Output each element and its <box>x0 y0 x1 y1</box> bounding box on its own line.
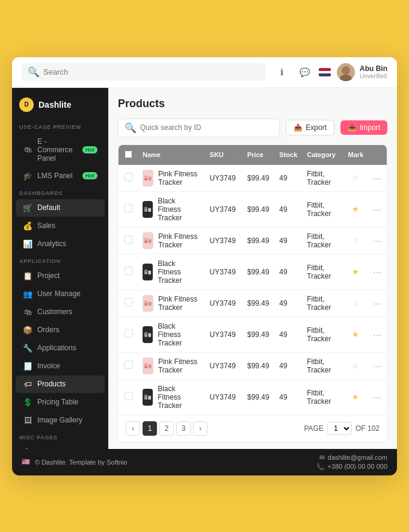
ecommerce-icon: 🛍 <box>23 145 32 154</box>
page-info: PAGE 123 OF 102 <box>304 422 380 435</box>
row-action-menu[interactable]: ··· <box>373 173 382 183</box>
svg-point-1 <box>340 75 352 81</box>
svg-point-0 <box>342 66 350 75</box>
star-empty-icon[interactable]: ☆ <box>352 173 359 182</box>
product-price: $99.49 <box>242 352 274 379</box>
sidebar-item-invoice-label: Invoice <box>37 362 97 370</box>
row-checkbox[interactable] <box>125 329 133 338</box>
page-select[interactable]: 123 <box>327 422 352 435</box>
row-action-menu[interactable]: ··· <box>373 205 382 214</box>
product-price: $99.49 <box>242 317 274 352</box>
application-label: APPLICATION <box>12 253 108 267</box>
footer-brand-text: © Dashlite. Template by Softnio <box>35 459 127 466</box>
product-mark: ☆ <box>343 289 369 317</box>
quick-search-bar[interactable]: 🔍 <box>118 119 280 137</box>
product-stock: 49 <box>274 379 302 415</box>
search-input[interactable] <box>43 67 260 76</box>
sidebar-item-user-manage[interactable]: 👥 User Manage <box>16 285 105 303</box>
sales-icon: 💰 <box>23 221 32 230</box>
row-action-menu[interactable]: ··· <box>373 298 382 308</box>
sidebar-item-customers-label: Customers <box>37 308 97 316</box>
page-btn-3[interactable]: 3 <box>176 421 191 436</box>
sidebar-item-lms-label: LMS Panel <box>37 172 78 180</box>
row-checkbox[interactable] <box>125 267 133 275</box>
chat-icon[interactable]: 💬 <box>296 64 313 81</box>
sidebar-item-lms[interactable]: 🎓 LMS Panel Hot <box>16 167 105 185</box>
language-flag[interactable] <box>319 68 331 76</box>
sidebar-item-products[interactable]: 🏷 Products <box>16 376 105 393</box>
row-checkbox[interactable] <box>125 392 133 400</box>
import-button[interactable]: 📥 Import <box>340 120 387 135</box>
sidebar-item-gallery[interactable]: 🖼 Image Gallery <box>16 412 105 429</box>
page-btn-1[interactable]: 1 <box>143 421 157 436</box>
svg-rect-24 <box>148 395 151 399</box>
table-row: Pink Fitness Tracker UY3749 $99.49 49 Fi… <box>118 227 387 254</box>
svg-point-25 <box>145 395 146 397</box>
info-icon[interactable]: ℹ <box>273 64 290 81</box>
product-category: Fitbit, Tracker <box>302 317 343 352</box>
sidebar-item-project-label: Project <box>37 271 97 280</box>
star-filled-icon[interactable]: ★ <box>352 205 359 214</box>
project-icon: 📋 <box>23 271 32 280</box>
product-name: Pink Fitness Tracker <box>158 295 200 312</box>
sidebar-item-invoice[interactable]: 🧾 Invoice <box>16 357 105 375</box>
sidebar-item-pricing[interactable]: 💲 Pricing Table <box>16 394 105 411</box>
star-empty-icon[interactable]: ☆ <box>352 361 359 370</box>
global-search-bar[interactable]: 🔍 <box>22 63 266 81</box>
row-action-menu[interactable]: ··· <box>373 267 382 277</box>
sidebar-item-applications-label: Applications <box>37 344 97 352</box>
sidebar-item-orders[interactable]: 📦 Orders <box>16 321 105 339</box>
search-icon: 🔍 <box>28 66 40 78</box>
product-mark: ★ <box>343 379 369 415</box>
row-action-menu[interactable]: ··· <box>373 236 382 246</box>
table-row: Pink Fitness Tracker UY3749 $99.49 49 Fi… <box>118 289 387 317</box>
next-page-button[interactable]: › <box>193 421 208 436</box>
sidebar-item-ecommerce[interactable]: 🛍 E - Commerce Panel Hot <box>16 133 105 167</box>
logo-text: Dashlite <box>38 100 71 110</box>
svg-rect-12 <box>148 270 151 274</box>
row-action-menu[interactable]: ··· <box>373 392 382 402</box>
sidebar-item-sales[interactable]: 💰 Sales <box>16 217 105 235</box>
col-header-price: Price <box>242 145 274 165</box>
sidebar-item-auth[interactable]: 🔐 Auth Pages <box>16 444 105 449</box>
sidebar-item-project[interactable]: 📋 Project <box>16 267 105 285</box>
product-thumbnail <box>143 295 153 312</box>
col-header-mark: Mark <box>343 145 369 165</box>
sidebar-item-customers[interactable]: 🛍 Customers <box>16 303 105 321</box>
row-checkbox[interactable] <box>125 204 133 212</box>
footer-contact: ✉ dashlite@gmail.com 📞 +380 (00) 00 00 0… <box>316 454 387 471</box>
product-mark: ★ <box>343 191 369 227</box>
svg-rect-6 <box>148 208 151 211</box>
row-checkbox[interactable] <box>125 298 133 306</box>
table-row: Black Fitness Tracker UY3749 $99.49 49 F… <box>118 191 387 227</box>
user-profile[interactable]: Abu Bin Unverified <box>337 63 387 81</box>
row-checkbox[interactable] <box>125 360 133 369</box>
product-stock: 49 <box>274 352 302 379</box>
sidebar-item-analytics-label: Analytics <box>37 240 97 248</box>
prev-page-button[interactable]: ‹ <box>126 421 140 436</box>
row-action-menu[interactable]: ··· <box>373 361 382 371</box>
star-empty-icon[interactable]: ☆ <box>352 298 359 308</box>
table-row: Black Fitness Tracker UY3749 $99.49 49 F… <box>118 317 387 352</box>
row-checkbox[interactable] <box>125 235 133 244</box>
star-filled-icon[interactable]: ★ <box>352 330 359 339</box>
quick-search-input[interactable] <box>140 123 273 132</box>
product-sku: UY3749 <box>205 254 242 289</box>
page-btn-2[interactable]: 2 <box>159 421 174 436</box>
page-buttons: ‹ 1 2 3 › <box>126 421 208 436</box>
product-stock: 49 <box>274 227 302 254</box>
page-title: Products <box>118 97 387 110</box>
select-all-checkbox[interactable] <box>125 150 132 158</box>
star-filled-icon[interactable]: ★ <box>352 392 359 401</box>
product-sku: UY3749 <box>205 289 242 317</box>
star-filled-icon[interactable]: ★ <box>352 267 359 276</box>
sidebar-item-default[interactable]: 🛒 Default <box>16 199 105 217</box>
row-action-menu[interactable]: ··· <box>373 330 382 339</box>
pricing-icon: 💲 <box>23 398 32 407</box>
star-empty-icon[interactable]: ☆ <box>352 236 359 245</box>
row-checkbox[interactable] <box>125 173 133 181</box>
sidebar-item-applications[interactable]: 🔧 Applications <box>16 339 105 357</box>
export-button[interactable]: 📤 Export <box>286 120 334 135</box>
dashboards-label: DASHBOARDS <box>12 185 108 199</box>
sidebar-item-analytics[interactable]: 📊 Analytics <box>16 235 105 253</box>
